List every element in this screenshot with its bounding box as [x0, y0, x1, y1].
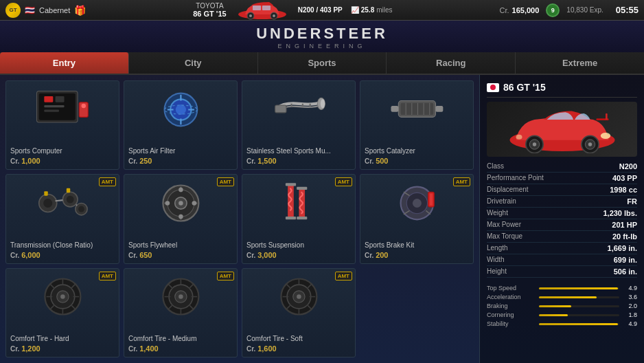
- product-name-muffler: Stainless Steel Sports Mu...: [246, 147, 351, 155]
- pp-rating: N200 / 403 PP: [298, 6, 343, 14]
- player-flag-icon: 🇹🇭: [25, 6, 35, 15]
- svg-rect-55: [285, 217, 295, 219]
- catalyzer-icon: [370, 87, 464, 132]
- product-card-catalyzer[interactable]: Sports Catalyzer Cr. 500: [360, 80, 474, 170]
- japan-flag-icon: [487, 83, 499, 92]
- svg-point-36: [78, 206, 84, 212]
- stat-row-weight: Weight 1,230 lbs.: [487, 208, 637, 219]
- product-name-tire-hard: Comfort Tire - Hard: [10, 335, 115, 343]
- product-price-muffler: Cr. 1,500: [246, 157, 351, 165]
- stat-row-length: Length 1,669 in.: [487, 243, 637, 254]
- stat-row-torque: Max Torque 20 ft-lb: [487, 231, 637, 243]
- product-info-suspension: Sports Suspension Cr. 3,000: [246, 241, 351, 259]
- top-speed-bar-bg: [539, 287, 619, 289]
- svg-rect-29: [391, 106, 398, 112]
- product-price-flywheel: Cr. 650: [128, 251, 233, 259]
- product-image-computer: [10, 85, 115, 133]
- car-image-panel: [487, 102, 637, 157]
- product-card-muffler[interactable]: Stainless Steel Sports Mu... Cr. 1,500: [242, 80, 356, 170]
- amt-badge-transmission: AMT: [99, 177, 116, 186]
- main-content: UNDERSTEER ENGINEERING Entry City Sports…: [0, 21, 644, 363]
- product-card-air-filter[interactable]: Sports Air Filter Cr. 250: [124, 80, 238, 170]
- product-price-suspension: Cr. 3,000: [246, 251, 351, 259]
- tab-extreme[interactable]: Extreme: [516, 52, 644, 74]
- product-card-tire-medium[interactable]: AMT Comfort Tire - Medium Cr. 1,400: [124, 268, 238, 358]
- tab-racing[interactable]: Racing: [387, 52, 516, 74]
- gift-icon[interactable]: 🎁: [74, 5, 86, 16]
- product-info-catalyzer: Sports Catalyzer Cr. 500: [365, 147, 469, 165]
- category-tabs: Entry City Sports Racing Extreme: [0, 52, 644, 75]
- car-model-label: 86 GT '15: [193, 10, 226, 18]
- product-card-tire-soft[interactable]: AMT Comfort Tire - Soft Cr. 1,600: [242, 268, 356, 358]
- svg-point-68: [60, 294, 65, 299]
- svg-rect-10: [55, 96, 64, 102]
- amt-badge-tire-soft: AMT: [335, 272, 352, 280]
- amt-badge-tire-medium: AMT: [217, 272, 234, 280]
- computer-icon: [16, 87, 110, 132]
- amt-badge-brake: AMT: [453, 177, 470, 186]
- svg-point-76: [297, 294, 301, 299]
- muffler-icon: [252, 87, 346, 132]
- perf-stability: Stability 4.9: [487, 320, 637, 327]
- braking-bar-bg: [539, 305, 619, 307]
- svg-rect-9: [44, 96, 53, 102]
- product-card-suspension[interactable]: AMT Sports Suspension: [242, 174, 356, 263]
- product-card-tire-hard[interactable]: AMT Comfort Tire - Hard Cr. 1,200: [5, 268, 119, 358]
- tire-soft-icon: [252, 274, 346, 319]
- car-panel-title: 86 GT '15: [487, 82, 637, 98]
- product-card-transmission[interactable]: AMT Transmi: [5, 174, 119, 263]
- stat-row-drivetrain: Drivetrain FR: [487, 196, 637, 208]
- stat-row-power: Max Power 201 HP: [487, 219, 637, 231]
- product-name-tire-medium: Comfort Tire - Medium: [128, 335, 233, 343]
- svg-point-59: [412, 199, 421, 208]
- svg-point-47: [179, 188, 183, 192]
- product-price-catalyzer: Cr. 500: [365, 157, 469, 165]
- acceleration-bar-bg: [539, 296, 619, 298]
- product-image-air-filter: [128, 85, 233, 133]
- product-info-computer: Sports Computer Cr. 1,000: [10, 147, 115, 165]
- tire-medium-icon: [134, 274, 228, 319]
- stat-row-height: Height 506 in.: [487, 266, 637, 278]
- product-name-air-filter: Sports Air Filter: [128, 147, 233, 155]
- stat-row-class: Class N200: [487, 161, 637, 173]
- product-info-air-filter: Sports Air Filter Cr. 250: [128, 147, 233, 165]
- credits-display: Cr. 165,000: [500, 6, 540, 14]
- tab-sports[interactable]: Sports: [258, 52, 387, 74]
- amt-badge-tire-hard: AMT: [99, 272, 116, 280]
- body-area: Sports Computer Cr. 1,000: [0, 75, 644, 363]
- product-info-transmission: Transmission (Close Ratio) Cr. 6,000: [10, 241, 115, 259]
- performance-bars: Top Speed 4.9 Acceleration 3.6 Braking: [487, 285, 637, 329]
- product-image-catalyzer: [365, 85, 469, 133]
- product-card-brake[interactable]: AMT Sports Brake Kit: [360, 174, 474, 263]
- svg-rect-37: [44, 191, 47, 196]
- product-name-computer: Sports Computer: [10, 147, 115, 155]
- product-info-flywheel: Sports Flywheel Cr. 650: [128, 241, 233, 259]
- tab-entry[interactable]: Entry: [0, 52, 129, 74]
- car-detail-panel: 86 GT '15: [479, 75, 644, 363]
- amt-badge-flywheel: AMT: [217, 177, 234, 186]
- stat-row-width: Width 699 in.: [487, 254, 637, 266]
- product-card-sports-computer[interactable]: Sports Computer Cr. 1,000: [5, 80, 119, 170]
- svg-point-42: [179, 201, 183, 206]
- product-price-brake: Cr. 200: [365, 251, 469, 259]
- svg-point-80: [532, 142, 536, 146]
- product-image-transmission: [10, 179, 115, 227]
- svg-rect-54: [297, 186, 307, 189]
- stat-row-displacement: Displacement 1998 cc: [487, 184, 637, 196]
- product-grid: Sports Computer Cr. 1,000: [0, 75, 479, 363]
- braking-bar-fill: [539, 305, 571, 307]
- product-name-flywheel: Sports Flywheel: [128, 241, 233, 250]
- exp-display: 10,830 Exp.: [566, 6, 603, 14]
- svg-rect-61: [429, 193, 432, 205]
- svg-point-14: [81, 103, 86, 108]
- car-info-center: TOYOTA 86 GT '15 N200 / 403 PP 📈 25.8: [91, 0, 494, 21]
- player-name: Cabernet: [39, 6, 70, 14]
- product-card-flywheel[interactable]: AMT: [124, 174, 238, 263]
- product-image-flywheel: [128, 179, 233, 227]
- svg-rect-5: [253, 6, 261, 10]
- svg-point-84: [600, 133, 610, 139]
- product-info-muffler: Stainless Steel Sports Mu... Cr. 1,500: [246, 147, 351, 165]
- perf-braking: Braking 2.0: [487, 302, 637, 309]
- svg-point-17: [175, 104, 185, 114]
- tab-city[interactable]: City: [129, 52, 258, 74]
